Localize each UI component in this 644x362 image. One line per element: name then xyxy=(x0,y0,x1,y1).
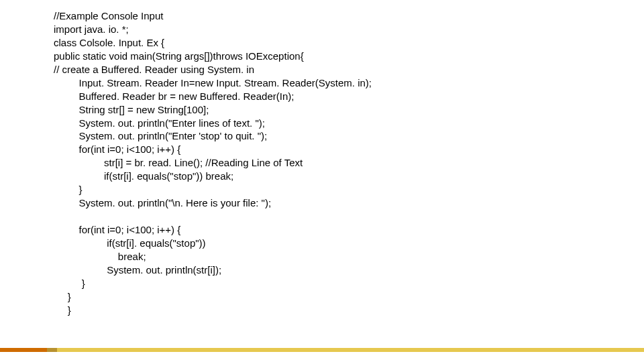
code-line: } xyxy=(79,184,83,195)
code-line: System. out. println("Enter 'stop' to qu… xyxy=(79,130,268,141)
accent-segment-dark xyxy=(0,348,47,352)
code-line: //Example Console Input xyxy=(54,10,163,21)
code-line: if(str[i]. equals("stop")) xyxy=(107,237,205,249)
code-line: Buffered. Reader br = new Buffered. Read… xyxy=(79,90,294,102)
accent-segment-light xyxy=(57,348,644,352)
code-line: import java. io. *; xyxy=(54,23,129,35)
code-line: break; xyxy=(115,251,146,262)
accent-segment-mid xyxy=(47,348,57,352)
code-line: } xyxy=(68,291,71,302)
slide-accent-bar xyxy=(0,348,644,352)
code-line: System. out. println(str[i]); xyxy=(107,264,221,276)
code-line: // create a Buffered. Reader using Syste… xyxy=(54,64,254,75)
code-block: //Example Console Input import java. io.… xyxy=(54,9,604,317)
code-line: str[i] = br. read. Line(); //Reading Lin… xyxy=(104,157,303,168)
code-line: for(int i=0; i<100; i++) { xyxy=(79,224,181,235)
code-line: Input. Stream. Reader In=new Input. Stre… xyxy=(79,77,372,88)
code-line: if(str[i]. equals("stop")) break; xyxy=(104,170,233,182)
code-line: } xyxy=(82,278,85,289)
code-line: } xyxy=(68,304,71,316)
code-line: public static void main(String args[])th… xyxy=(54,50,304,62)
code-line: class Colsole. Input. Ex { xyxy=(54,37,164,48)
code-line: String str[] = new String[100]; xyxy=(79,104,209,115)
code-line: System. out. println("\n. Here is your f… xyxy=(79,197,272,208)
code-line: for(int i=0; i<100; i++) { xyxy=(79,143,181,155)
code-line: System. out. println("Enter lines of tex… xyxy=(79,117,265,129)
